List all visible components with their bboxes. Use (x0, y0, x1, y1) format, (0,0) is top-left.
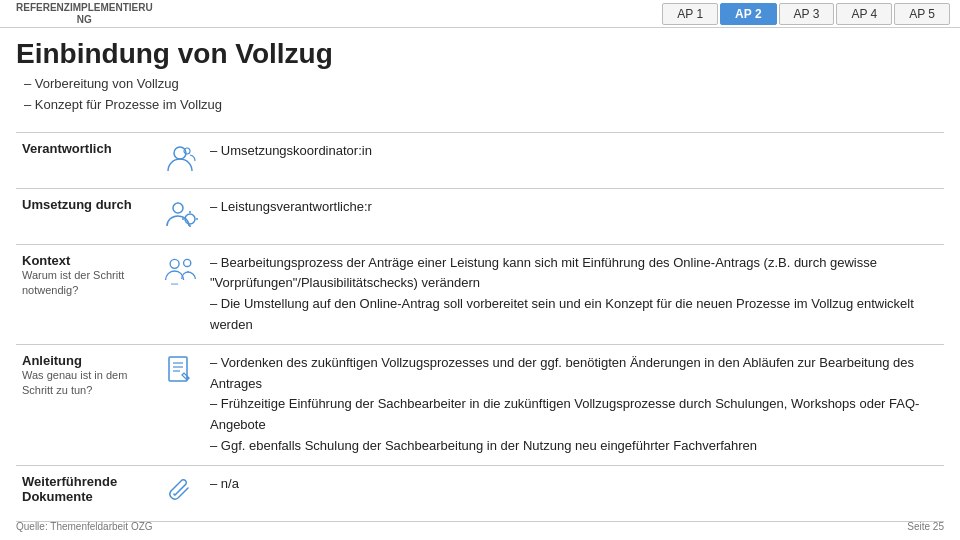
ap-tab-ap2[interactable]: AP 2 (720, 3, 776, 25)
row-label-anleitung: AnleitungWas genau ist in dem Schritt zu… (16, 344, 156, 465)
content-item: Vordenken des zukünftigen Vollzugsprozes… (210, 353, 938, 395)
footer: Quelle: Themenfeldarbeit OZG Seite 25 (16, 521, 944, 532)
content-item: Ggf. ebenfalls Schulung der Sachbearbeit… (210, 436, 938, 457)
row-content-verantwortlich: – Umsetzungskoordinator:in (204, 132, 944, 188)
subtitle-item-1: Konzept für Prozesse im Vollzug (24, 95, 944, 116)
logo: REFERENZIMPLEMENTIERU NG (16, 2, 153, 26)
svg-point-9 (184, 259, 191, 266)
info-table: Verantwortlich – Umsetzungskoordinator:i… (16, 132, 944, 522)
title-area: Einbindung von Vollzug Vorbereitung von … (0, 28, 960, 120)
person-icon (156, 132, 204, 188)
ap-tabs: AP 1AP 2AP 3AP 4AP 5 (660, 3, 950, 25)
paperclip-icon (156, 465, 204, 521)
page-number: Seite 25 (907, 521, 944, 532)
row-label-weiterfuehrende: Weiterführende Dokumente (16, 465, 156, 521)
row-label-kontext: KontextWarum ist der Schritt notwendig? (16, 244, 156, 344)
subtitle-item-0: Vorbereitung von Vollzug (24, 74, 944, 95)
ap-tab-ap5[interactable]: AP 5 (894, 3, 950, 25)
header: REFERENZIMPLEMENTIERU NG AP 1AP 2AP 3AP … (0, 0, 960, 28)
logo-line2: NG (77, 14, 92, 25)
row-label-umsetzung: Umsetzung durch (16, 188, 156, 244)
ap-tab-ap1[interactable]: AP 1 (662, 3, 718, 25)
table-row-verantwortlich: Verantwortlich – Umsetzungskoordinator:i… (16, 132, 944, 188)
table-row-anleitung: AnleitungWas genau ist in dem Schritt zu… (16, 344, 944, 465)
row-content-kontext: Bearbeitungsprozess der Anträge einer Le… (204, 244, 944, 344)
svg-point-8 (170, 259, 179, 268)
page-title: Einbindung von Vollzug (16, 38, 944, 70)
svg-rect-10 (171, 283, 178, 284)
row-label-verantwortlich: Verantwortlich (16, 132, 156, 188)
subtitle-list: Vorbereitung von VollzugKonzept für Proz… (16, 74, 944, 116)
row-content-umsetzung: – Leistungsverantwortliche:r (204, 188, 944, 244)
ap-tab-ap4[interactable]: AP 4 (836, 3, 892, 25)
table-row-weiterfuehrende: Weiterführende Dokumente – n/a (16, 465, 944, 521)
content-item: Frühzeitige Einführung der Sachbearbeite… (210, 394, 938, 436)
row-content-weiterfuehrende: – n/a (204, 465, 944, 521)
logo-line1: REFERENZIMPLEMENTIERU (16, 2, 153, 13)
row-content-anleitung: Vordenken des zukünftigen Vollzugsprozes… (204, 344, 944, 465)
content-item: Bearbeitungsprozess der Anträge einer Le… (210, 253, 938, 295)
table-row-umsetzung: Umsetzung durch – Leistungsverantwortlic… (16, 188, 944, 244)
gear-person-icon (156, 188, 204, 244)
svg-point-2 (173, 203, 183, 213)
table-row-kontext: KontextWarum ist der Schritt notwendig? … (16, 244, 944, 344)
people-icon (156, 244, 204, 344)
document-icon (156, 344, 204, 465)
ap-tab-ap3[interactable]: AP 3 (779, 3, 835, 25)
content-item: Die Umstellung auf den Online-Antrag sol… (210, 294, 938, 336)
source-label: Quelle: Themenfeldarbeit OZG (16, 521, 153, 532)
